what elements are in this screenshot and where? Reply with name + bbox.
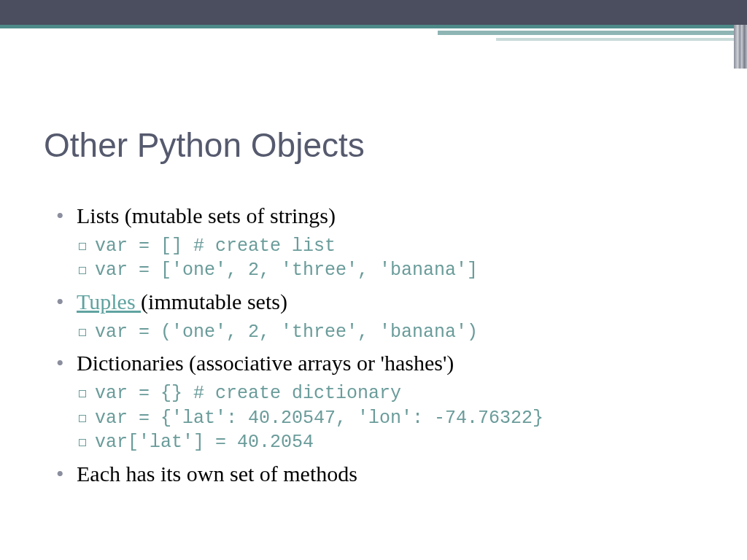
code-line: var = {} # create dictionary <box>95 381 703 406</box>
code-line: var = {'lat': 40.20547, 'lon': -74.76322… <box>95 406 703 431</box>
slide-top-bar <box>0 0 747 25</box>
slide-content: Other Python Objects Lists (mutable sets… <box>0 45 747 489</box>
bullet-text: Each has its own set of methods <box>77 462 357 486</box>
code-line: var = ['one', 2, 'three', 'banana'] <box>95 258 703 283</box>
bullet-methods: Each has its own set of methods <box>77 459 703 489</box>
code-line: var = [] # create list <box>95 234 703 259</box>
code-sublist: var = [] # create list var = ['one', 2, … <box>77 234 703 284</box>
code-sublist: var = ('one', 2, 'three', 'banana') <box>77 320 703 345</box>
bullet-text: (immutable sets) <box>141 289 287 314</box>
slide-title: Other Python Objects <box>44 125 703 165</box>
tuples-link[interactable]: Tuples <box>77 289 141 314</box>
bullet-tuples: Tuples (immutable sets) var = ('one', 2,… <box>77 287 703 344</box>
bullet-text: Dictionaries (associative arrays or 'has… <box>77 351 454 375</box>
main-bullet-list: Lists (mutable sets of strings) var = []… <box>44 201 703 489</box>
accent-lines <box>0 25 747 45</box>
bullet-lists: Lists (mutable sets of strings) var = []… <box>77 201 703 283</box>
bullet-dictionaries: Dictionaries (associative arrays or 'has… <box>77 349 703 455</box>
code-line: var['lat'] = 40.2054 <box>95 430 703 455</box>
code-line: var = ('one', 2, 'three', 'banana') <box>95 320 703 345</box>
code-sublist: var = {} # create dictionary var = {'lat… <box>77 381 703 455</box>
bullet-text: Lists (mutable sets of strings) <box>77 203 336 228</box>
